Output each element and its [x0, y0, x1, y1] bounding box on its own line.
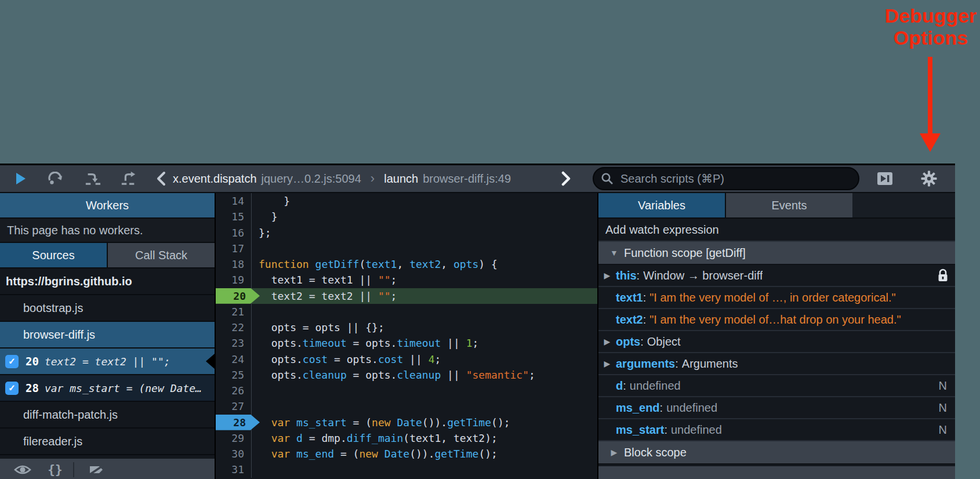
- variable-row-text2[interactable]: text2:"I am the very model of…hat drop o…: [598, 309, 955, 331]
- tab-variables[interactable]: Variables: [598, 193, 725, 217]
- resume-icon[interactable]: [13, 172, 29, 186]
- step-out-icon[interactable]: [121, 172, 137, 186]
- token-plain: }: [259, 195, 290, 207]
- scope-rows: ▼Function scope [getDiff]▶this:Window → …: [598, 242, 955, 465]
- variable-row-d[interactable]: d:undefinedN: [598, 375, 955, 397]
- variable-colon: :: [640, 335, 644, 349]
- line-number-gutter[interactable]: 27: [216, 398, 252, 414]
- workers-header[interactable]: Workers: [0, 193, 215, 219]
- line-number-gutter[interactable]: 25: [216, 367, 252, 383]
- line-number-gutter[interactable]: 19: [216, 272, 252, 288]
- code-text: text1 = text1 || "";: [252, 272, 597, 288]
- line-number-gutter[interactable]: 24: [216, 351, 252, 367]
- breakpoint-line-flag[interactable]: 28: [216, 415, 260, 430]
- code-text: }: [252, 193, 597, 209]
- variable-row-arguments[interactable]: ▶arguments:Arguments: [598, 353, 955, 375]
- tree-row-bootstrap-js[interactable]: bootstrap.js: [0, 295, 215, 322]
- code-line-25: 25 opts.cleanup = opts.cleanup || "seman…: [216, 367, 597, 383]
- line-number-gutter[interactable]: 20: [216, 288, 252, 304]
- debugger-options-gear-icon[interactable]: [921, 172, 937, 186]
- search-icon: [601, 172, 614, 187]
- console-icon[interactable]: [877, 172, 893, 186]
- line-number-gutter[interactable]: 31: [216, 462, 252, 477]
- code-line-20: 20 text2 = text2 || "";: [216, 288, 597, 304]
- line-number-gutter[interactable]: 28: [216, 415, 252, 430]
- breadcrumb-detail: jquery…0.2.js:5094: [262, 172, 361, 185]
- eye-icon[interactable]: [13, 462, 32, 477]
- code-text: opts = opts || {};: [252, 320, 597, 335]
- breadcrumb-item[interactable]: x.event.dispatchjquery…0.2.js:5094: [173, 172, 361, 186]
- variable-colon: :: [643, 313, 647, 326]
- add-watch-expression[interactable]: Add watch expression: [598, 219, 955, 242]
- disclosure-right-icon[interactable]: ▶: [605, 448, 623, 457]
- variable-row-opts[interactable]: ▶opts:Object: [598, 331, 955, 353]
- variable-colon: :: [623, 379, 626, 393]
- line-number-gutter[interactable]: 22: [216, 320, 252, 335]
- tree-row-label: https://bgrins.github.io: [6, 275, 132, 288]
- disable-breakpoints-icon[interactable]: [87, 462, 107, 477]
- breakpoint-checkbox[interactable]: ✓: [5, 382, 19, 395]
- variable-row-ms_end[interactable]: ms_end:undefinedN: [598, 397, 955, 419]
- line-number-gutter[interactable]: 18: [216, 256, 252, 272]
- tab-call-stack[interactable]: Call Stack: [107, 243, 215, 267]
- token-plain: text2 = text2 ||: [259, 290, 378, 302]
- scope-section-function[interactable]: ▼Function scope [getDiff]: [598, 242, 955, 265]
- token-kw: var: [271, 432, 291, 444]
- breakpoint-row[interactable]: ✓28var ms_start = (new Date…: [0, 375, 215, 402]
- tree-row-https-bgrins-github-io[interactable]: https://bgrins.github.io: [0, 268, 215, 295]
- variable-row-ms_start[interactable]: ms_start:undefinedN: [598, 419, 955, 441]
- token-plain: [391, 416, 397, 429]
- page: { "annotation": {"line1": "Debugger", "l…: [0, 0, 980, 479]
- token-plain: opts.: [259, 337, 303, 349]
- forward-chevron-icon[interactable]: [558, 172, 574, 186]
- line-number-gutter[interactable]: 23: [216, 335, 252, 351]
- variable-value: "I am the very model of…hat drop on your…: [649, 313, 901, 326]
- code-text: [252, 241, 597, 256]
- disclosure-right-icon[interactable]: ▶: [598, 337, 616, 346]
- variable-value: "I am the very model of …, in order cate…: [649, 291, 895, 304]
- breakpoint-code-preview: text2 = text2 || "";: [45, 355, 170, 368]
- disclosure-right-icon[interactable]: ▶: [598, 271, 616, 280]
- tree-row-diff-match-patch-js[interactable]: diff-match-patch.js: [0, 402, 215, 429]
- line-number-gutter[interactable]: 16: [216, 225, 252, 241]
- breakpoint-row[interactable]: ✓20text2 = text2 || "";: [0, 349, 215, 375]
- step-over-icon[interactable]: [48, 172, 64, 186]
- variable-value: undefined: [671, 423, 722, 437]
- token-plain: text1 = text1 ||: [259, 274, 378, 286]
- tree-row-filereader-js[interactable]: filereader.js: [0, 429, 215, 455]
- line-number-gutter[interactable]: 21: [216, 304, 252, 320]
- breadcrumb-item[interactable]: launchbrowser-diff.js:49: [384, 172, 511, 186]
- token-id: ms_start: [296, 416, 347, 429]
- token-plain: = (: [347, 416, 372, 429]
- code-text: opts.cost = opts.cost || 4;: [252, 351, 597, 367]
- back-chevron-icon[interactable]: [153, 172, 169, 186]
- line-number-gutter[interactable]: 30: [216, 446, 252, 462]
- line-number-gutter[interactable]: 26: [216, 383, 252, 398]
- line-number-gutter[interactable]: 15: [216, 209, 252, 224]
- variables-panel: Variables Events Add watch expression ▼F…: [598, 193, 955, 479]
- tab-sources[interactable]: Sources: [0, 243, 107, 267]
- pretty-print-icon[interactable]: {}: [45, 462, 65, 477]
- token-kw: var: [271, 416, 291, 429]
- execution-line-flag[interactable]: 20: [216, 288, 260, 304]
- token-plain: [290, 432, 296, 444]
- line-number-gutter[interactable]: 17: [216, 241, 252, 256]
- scope-section-block[interactable]: ▶Block scope: [598, 441, 955, 465]
- variable-name: text2: [616, 313, 643, 326]
- variable-name: d: [616, 379, 623, 393]
- breakpoint-checkbox[interactable]: ✓: [5, 355, 19, 368]
- tree-row-label: bootstrap.js: [23, 302, 83, 315]
- search-input[interactable]: [593, 167, 859, 190]
- line-number-gutter[interactable]: 29: [216, 430, 252, 446]
- line-number-gutter[interactable]: 14: [216, 193, 252, 209]
- variable-row-this[interactable]: ▶this:Window → browser-diff: [598, 265, 955, 287]
- tree-row-browser-diff-js[interactable]: browser-diff.js: [0, 322, 215, 349]
- code-line-22: 22 opts = opts || {};: [216, 320, 597, 335]
- token-plain: = opts.: [328, 353, 378, 365]
- variable-row-text1[interactable]: text1:"I am the very model of …, in orde…: [598, 287, 955, 309]
- disclosure-down-icon[interactable]: ▼: [605, 248, 623, 257]
- tab-events[interactable]: Events: [725, 193, 852, 217]
- step-into-icon[interactable]: [85, 172, 101, 186]
- token-plain: (text1, text2);: [403, 432, 498, 444]
- disclosure-right-icon[interactable]: ▶: [598, 359, 616, 368]
